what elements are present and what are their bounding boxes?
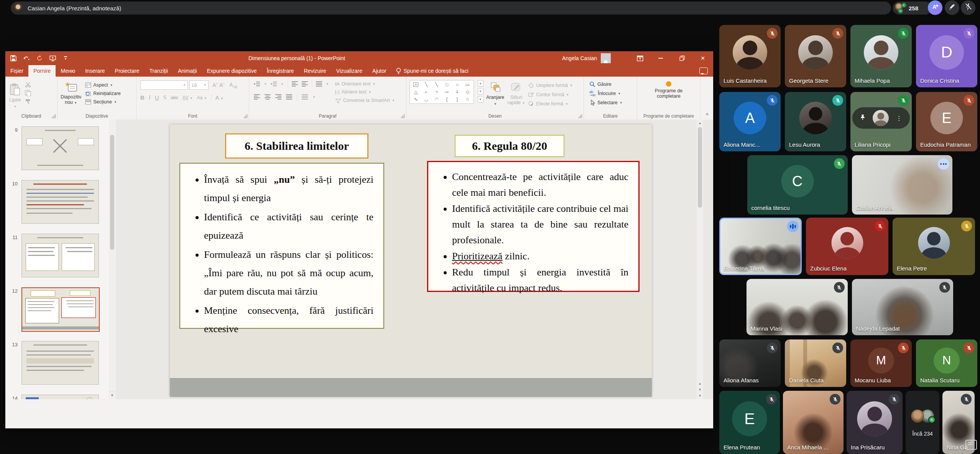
bold-button[interactable]: B — [140, 94, 145, 101]
feedback-icon[interactable] — [699, 67, 708, 74]
find-button[interactable]: Găsire — [589, 81, 637, 87]
tab-tranziții[interactable]: Tranziții — [144, 65, 173, 77]
shadow-button[interactable]: S — [163, 94, 166, 101]
participant-tile[interactable]: Marina Vlasi — [747, 279, 848, 335]
close-button[interactable]: × — [694, 51, 712, 65]
editor-scrollbar[interactable]: ▲ ▲▼▼ — [697, 120, 703, 399]
quick-styles-button[interactable]: Stilurirapide ▼ — [507, 80, 525, 107]
strikethrough-button[interactable]: abc — [171, 95, 178, 100]
tab-proiectare[interactable]: Proiectare — [110, 65, 145, 77]
shape-option[interactable]: ◠ — [434, 97, 438, 102]
tab-pornire[interactable]: Pornire — [28, 65, 56, 77]
justify-button[interactable] — [286, 94, 292, 100]
participant-tile[interactable]: Nadejda Lepadat — [852, 279, 953, 335]
decrease-indent-button[interactable] — [292, 81, 298, 87]
participant-tile[interactable]: Lesu Aurora — [785, 92, 846, 151]
convert-smartart-button[interactable]: Conversie la SmartArt▼ — [335, 97, 395, 103]
participant-tile[interactable]: Ecaterina Țărnă — [719, 218, 802, 275]
shape-option[interactable]: ○ — [456, 82, 459, 87]
tile-menu-icon[interactable]: ⋮ — [896, 115, 903, 122]
next-slide-button[interactable]: ▼ — [698, 388, 702, 392]
thumbnail-scroll-down-button[interactable]: ▼ — [109, 391, 115, 399]
slide-thumbnail-12[interactable]: 12 — [11, 287, 110, 332]
account-area[interactable]: Angela Casian — [562, 51, 611, 65]
ribbon-display-options-button[interactable] — [631, 51, 649, 65]
scroll-down-button[interactable]: ▼ — [698, 394, 702, 398]
shape-outline-button[interactable]: Contur formă▼ — [528, 92, 573, 98]
line-spacing-button[interactable] — [316, 81, 322, 87]
pin-icon[interactable] — [860, 114, 866, 122]
paste-button[interactable]: Lipire▼ — [9, 80, 21, 110]
arrange-button[interactable]: Aranjare▼ — [486, 80, 504, 107]
bullets-button[interactable] — [254, 81, 260, 87]
paragraph-dialog-launcher[interactable] — [401, 114, 404, 118]
participant-tile[interactable]: ⋮Liliana Pricopi — [850, 92, 912, 151]
save-button[interactable] — [10, 55, 17, 62]
participant-tile[interactable]: Elena Petre — [893, 218, 975, 275]
participant-tile[interactable]: Casian Angela — [852, 155, 952, 215]
tab-înregistrare[interactable]: Înregistrare — [262, 65, 299, 77]
tile-options-button[interactable] — [938, 158, 949, 170]
align-center-button[interactable] — [265, 94, 271, 100]
underline-button[interactable]: U — [155, 94, 159, 101]
reset-button[interactable]: Reinițializare — [85, 90, 121, 97]
shape-option[interactable]: ∿ — [414, 97, 418, 102]
layout-button[interactable]: Aspect▼ — [85, 82, 121, 88]
start-slideshow-button[interactable] — [49, 55, 56, 62]
participant-tile[interactable]: Anca Mihaela ... — [783, 391, 844, 454]
shape-option[interactable]: } — [456, 97, 458, 102]
addins-button[interactable]: Programe decompletare — [637, 78, 700, 99]
shape-option[interactable]: { — [446, 97, 447, 102]
shape-option[interactable]: ☆ — [465, 97, 470, 102]
tab-inserare[interactable]: Inserare — [80, 65, 110, 77]
copy-icon[interactable] — [25, 90, 31, 96]
shape-fill-button[interactable]: Umplere formă▼ — [528, 82, 573, 89]
slide-right-title-box[interactable]: 6. Regula 80/20 — [455, 135, 564, 157]
slide-thumbnail-10[interactable]: 10 — [11, 180, 110, 224]
columns-button[interactable] — [302, 94, 308, 100]
increase-font-button[interactable]: A˄ — [210, 82, 218, 88]
tab-vizualizare[interactable]: Vizualizare — [331, 65, 367, 77]
select-button[interactable]: Selectare▼ — [589, 100, 637, 106]
shape-option[interactable]: ◡ — [424, 97, 428, 102]
text-direction-button[interactable]: ‖AOrientare text▼ — [335, 81, 395, 87]
cut-icon[interactable] — [25, 82, 31, 87]
shape-option[interactable]: A — [413, 82, 418, 87]
participant-tile[interactable]: Daniela Ciuta — [785, 339, 846, 387]
shapes-gallery-scroll[interactable]: ▲▼▼ — [478, 80, 483, 107]
participant-tile[interactable]: Luis Castanheira — [719, 25, 781, 87]
tab-ajutor[interactable]: Ajutor — [367, 65, 391, 77]
participant-tile[interactable]: EEudochia Patraman — [916, 92, 977, 151]
slide-thumbnail-13[interactable]: 13 — [11, 341, 110, 385]
replace-button[interactable]: ab⇢ac Înlocuire▼ — [589, 90, 637, 97]
section-button[interactable]: Secțiune▼ — [85, 99, 121, 105]
shape-option[interactable]: ╲ — [435, 82, 438, 87]
tab-меню[interactable]: Меню — [56, 65, 80, 77]
change-case-button[interactable]: Aa ▼ — [197, 95, 207, 100]
shape-option[interactable]: ▭ — [465, 82, 470, 87]
shape-option[interactable]: ¬ — [435, 89, 438, 95]
tab-animații[interactable]: Animații — [173, 65, 202, 77]
tab-revizuire[interactable]: Revizuire — [299, 65, 331, 77]
slide-thumbnail-14[interactable]: 14Multumesc! — [11, 395, 110, 399]
participant-tile[interactable]: Zubciuc Elena — [806, 218, 888, 275]
character-spacing-button[interactable]: A̲V̲ ▼ — [182, 95, 192, 100]
participant-tile[interactable]: Georgeta Stere — [785, 25, 846, 87]
participant-tile[interactable]: RÎncă 234 — [906, 391, 939, 454]
slide-right-content-box[interactable]: Concentrează-te pe activitățile care adu… — [427, 161, 640, 292]
shape-option[interactable]: ◇ — [466, 89, 469, 95]
font-size-combobox[interactable]: 18▼ — [189, 80, 209, 90]
participant-tile[interactable]: NNatalia Scutaru — [916, 339, 977, 387]
undo-button[interactable] — [23, 55, 30, 62]
font-name-combobox[interactable]: ▼ — [140, 80, 188, 90]
slide-thumbnail-11[interactable]: 11 — [11, 234, 110, 277]
tab-expunere-diapozitive[interactable]: Expunere diapozitive — [202, 65, 262, 77]
shape-option[interactable]: △ — [414, 89, 418, 95]
previous-slide-button[interactable]: ▲ — [698, 382, 702, 385]
shape-option[interactable]: ⌐ — [425, 89, 428, 95]
participant-tile[interactable]: AAliona Manc... — [719, 92, 781, 151]
shape-option[interactable]: ⇩ — [455, 89, 459, 95]
decrease-font-button[interactable]: A˅ — [219, 82, 225, 88]
align-left-button[interactable] — [254, 94, 260, 100]
clipboard-dialog-launcher[interactable] — [52, 114, 56, 118]
